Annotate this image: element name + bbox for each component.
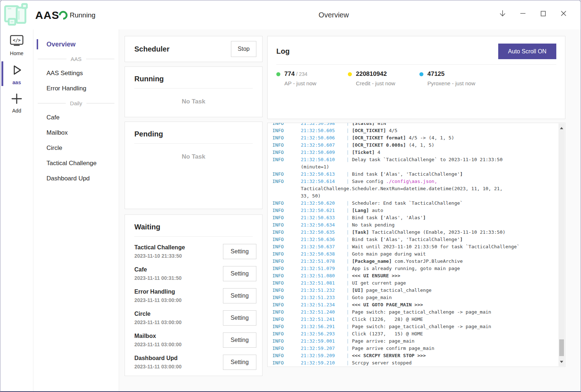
log-line: INFO 21:32:51.234 | <<< UI GOTO PAGE_MAI… (272, 301, 556, 309)
scrollbar-thumb[interactable] (559, 339, 564, 356)
sidebar-group-divider: AAS (33, 52, 119, 66)
plus-icon (11, 100, 23, 106)
stat-suffix: / 234 (296, 71, 307, 77)
stat-label: Pyroxene - just now (427, 80, 491, 86)
minimize-button[interactable] (515, 5, 531, 22)
collapse-button[interactable] (494, 5, 511, 22)
sidebar-item-label: Cafe (46, 114, 60, 121)
divider (134, 236, 253, 237)
divider (134, 143, 253, 144)
running-empty-text: No Task (134, 98, 253, 105)
log-line: INFO 21:32:59.207 | Page arrive confirm … (272, 345, 556, 352)
sidebar-item-label: Error Handling (46, 85, 86, 92)
sidebar-group-divider: Daily (33, 96, 119, 110)
task-name: Cafe (134, 266, 182, 273)
setting-button[interactable]: Setting (223, 244, 256, 259)
log-line: INFO 21:32:51.232 | [UI] page_tactical_c… (272, 287, 556, 294)
sidebar-item-cafe[interactable]: Cafe (33, 110, 119, 125)
nav-rail: </>HomeaasAdd (0, 29, 33, 391)
title-bar: AAS Running Overview (0, 0, 581, 29)
sidebar-item-overview[interactable]: Overview (33, 37, 119, 52)
setting-button[interactable]: Setting (223, 355, 256, 370)
setting-button[interactable]: Setting (223, 266, 256, 281)
sidebar-item-dashboard-upd[interactable]: Dashboard Upd (33, 171, 119, 186)
sidebar-item-circle[interactable]: Circle (33, 140, 119, 156)
log-line: INFO 21:32:51.233 | Goto page_main (272, 294, 556, 301)
stat-ap: 774/ 234AP - just now (276, 70, 348, 86)
waiting-item-dashboard-upd: Dashboard Upd2023-11-11 03:00:00Setting (134, 351, 256, 373)
setting-button[interactable]: Setting (223, 332, 256, 348)
stat-value: 47125 (427, 70, 444, 77)
log-line: INFO 21:32:50.637 | Wait until 2023-11-1… (272, 243, 556, 250)
maximize-button[interactable] (535, 5, 552, 22)
log-line: INFO 21:32:50.598 | [Status] WIN (272, 123, 556, 127)
running-title: Running (134, 75, 253, 83)
sidebar-item-label: Circle (46, 144, 62, 151)
waiting-title: Waiting (134, 223, 256, 231)
task-next-run-time: 2023-11-11 03:00:00 (134, 342, 182, 347)
sidebar-item-label: Mailbox (46, 129, 68, 136)
waiting-item-mailbox: Mailbox2023-11-11 03:00:00Setting (134, 329, 256, 351)
task-name: Dashboard Upd (134, 355, 182, 362)
sidebar-item-label: AAS Settings (46, 70, 83, 77)
task-name: Mailbox (134, 333, 182, 339)
log-line-continuation: TacticalChallenge.Scheduler.NextRun=date… (272, 185, 556, 192)
log-output[interactable]: INFO 21:32:50.598 | [Status] WININFO 21:… (267, 123, 565, 367)
log-scrollbar[interactable] (558, 123, 565, 366)
page-title: Overview (318, 11, 349, 19)
sidebar-item-error-handling[interactable]: Error Handling (33, 81, 119, 96)
rail-item-home[interactable]: </>Home (0, 29, 33, 58)
rail-item-label: aas (0, 79, 33, 85)
auto-scroll-button[interactable]: Auto Scroll ON (498, 44, 556, 59)
divider (134, 88, 253, 89)
task-next-run-time: 2023-11-10 21:33:50 (134, 253, 185, 259)
close-icon (560, 10, 567, 18)
log-line: INFO 21:32:50.614 | Save config ./config… (272, 178, 556, 185)
waiting-item-tactical-challenge: Tactical Challenge2023-11-10 21:33:50Set… (134, 240, 256, 262)
log-line: INFO 21:32:50.638 | Goto main page durin… (272, 250, 556, 258)
rail-item-label: Home (0, 50, 33, 56)
setting-button[interactable]: Setting (223, 288, 256, 303)
task-name: Error Handling (134, 289, 182, 295)
task-next-run-time: 2023-11-11 03:00:00 (134, 297, 182, 303)
sidebar-item-label: Tactical Challenge (46, 160, 97, 167)
close-button[interactable] (555, 5, 572, 22)
scroll-up-icon[interactable] (558, 125, 565, 131)
app-window: AAS Running Overview </>HomeaasAdd Overv… (0, 0, 581, 392)
task-name: Tactical Challenge (134, 244, 185, 251)
setting-button[interactable]: Setting (223, 310, 256, 326)
log-line: INFO 21:32:50.613 | Bind task ['Alas', '… (272, 171, 556, 178)
rail-item-aas[interactable]: aas (0, 58, 33, 87)
log-title: Log (276, 47, 290, 56)
log-line-continuation: 33, 50) (272, 192, 556, 200)
stat-dot-icon (348, 72, 352, 76)
waiting-item-error-handling: Error Handling2023-11-11 03:00:00Setting (134, 285, 256, 307)
log-line: INFO 21:32:50.636 | Bind task ['Alas', '… (272, 236, 556, 243)
scheduler-status-text: Running (70, 11, 96, 19)
log-line: INFO 21:32:51.240 | Page switch: page_ta… (272, 309, 556, 316)
sidebar-item-mailbox[interactable]: Mailbox (33, 125, 119, 140)
waiting-item-cafe: Cafe2023-11-11 00:31:50Setting (134, 262, 256, 285)
code-monitor-icon: </> (9, 42, 24, 49)
rail-item-label: Add (0, 108, 33, 114)
window-controls (494, 5, 572, 22)
stat-value: 774 (284, 70, 294, 77)
log-line: INFO 21:32:50.605 | [OCR_TICKET] 4/5 (272, 127, 556, 134)
pending-card: Pending No Task (125, 122, 263, 209)
rail-item-add[interactable]: Add (0, 87, 33, 116)
log-lines: INFO 21:32:50.598 | [Status] WININFO 21:… (268, 123, 565, 367)
svg-text:</>: </> (13, 38, 21, 43)
log-line: INFO 21:32:50.610 | Delay task `Tactical… (272, 156, 556, 163)
task-next-run-time: 2023-11-11 03:00:00 (134, 364, 182, 369)
sidebar-item-aas-settings[interactable]: AAS Settings (33, 66, 119, 81)
stop-button[interactable]: Stop (231, 41, 256, 57)
scheduler-title: Scheduler (134, 45, 170, 53)
log-line: INFO 21:32:50.607 | [OCR_TICKET 0.008s] … (272, 142, 556, 149)
sidebar: OverviewAASAAS SettingsError HandlingDai… (33, 29, 119, 391)
sidebar-item-label: Overview (46, 41, 76, 48)
stat-pyroxene: 47125Pyroxene - just now (419, 70, 491, 86)
sidebar-item-tactical-challenge[interactable]: Tactical Challenge (33, 156, 119, 171)
scroll-down-icon[interactable] (558, 359, 565, 365)
minimize-icon (519, 10, 527, 18)
log-line: INFO 21:32:50.609 | [Ticket] 4 (272, 149, 556, 156)
